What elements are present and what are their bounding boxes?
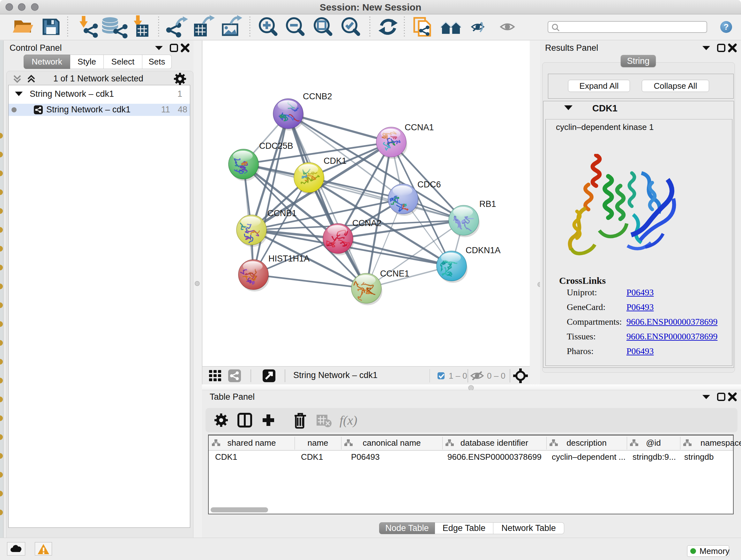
svg-text:CCNA1: CCNA1 (405, 123, 434, 132)
svg-text:CDC6: CDC6 (417, 180, 441, 189)
svg-text:CCNB2: CCNB2 (303, 91, 332, 101)
svg-text:CDKN1A: CDKN1A (466, 246, 501, 255)
svg-text:HIST1H1A: HIST1H1A (268, 254, 310, 263)
svg-text:1 – 0: 1 – 0 (449, 371, 467, 381)
svg-text:0 – 0: 0 – 0 (487, 371, 506, 381)
svg-text:CCNE1: CCNE1 (380, 269, 409, 278)
svg-text:CDK1: CDK1 (324, 156, 347, 166)
svg-text:CCNA2: CCNA2 (352, 219, 382, 228)
svg-text:RB1: RB1 (479, 199, 496, 209)
svg-text:CDC25B: CDC25B (259, 141, 293, 151)
svg-text:CCNB1: CCNB1 (267, 208, 297, 218)
svg-text:f(x): f(x) (340, 413, 357, 428)
